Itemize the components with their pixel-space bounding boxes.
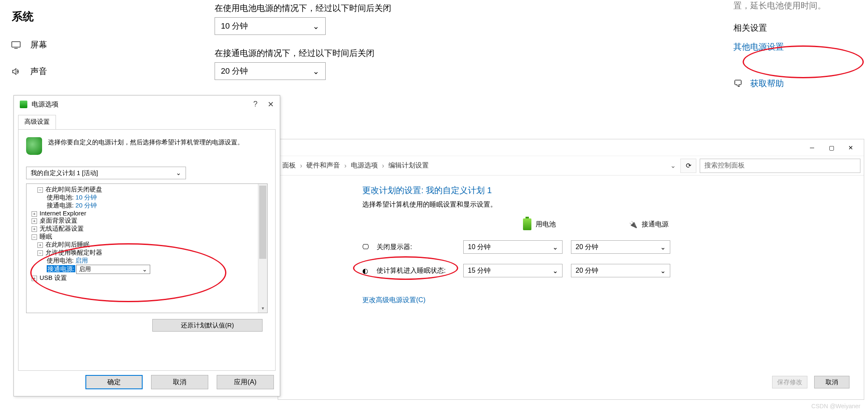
dialog-body: 选择你要自定义的电源计划，然后选择你希望计算机管理的电源设置。 我的自定义计划 … [18,129,276,371]
node-value[interactable]: 10 分钟 [75,194,97,201]
ok-button[interactable]: 确定 [85,375,143,389]
collapse-icon[interactable]: − [37,187,43,193]
speaker-icon [11,68,21,75]
sidebar-item-label: 声音 [30,66,47,77]
tree-node-wake-battery[interactable]: 使用电池: 启用 [27,257,265,265]
cancel-button[interactable]: 取消 [814,376,849,388]
sleep-battery-select[interactable]: 15 分钟⌄ [463,264,563,277]
scroll-down-icon[interactable]: ▾ [258,303,267,313]
node-label: 允许使用唤醒定时器 [45,249,102,256]
save-button[interactable]: 保存修改 [772,376,807,388]
select-value: 启用 [79,266,91,273]
restore-defaults-button[interactable]: 还原计划默认值(R) [152,319,263,332]
tree-node-desktop-bg[interactable]: +桌面背景设置 [27,217,265,225]
node-value[interactable]: 20 分钟 [75,202,97,209]
breadcrumb[interactable]: 面板› 硬件和声音› 电源选项› 编辑计划设置 [278,161,429,170]
tree-node-hd-ac[interactable]: 接通电源: 20 分钟 [27,202,265,210]
display-plugged-select[interactable]: 20 分钟⌄ [571,240,670,254]
display-battery-select[interactable]: 10 分钟⌄ [463,240,563,254]
get-help-link[interactable]: 获取帮助 [750,78,784,89]
help-button[interactable]: ? [253,100,257,109]
control-panel-body: 更改计划的设置: 我的自定义计划 1 选择希望计算机使用的睡眠设置和显示设置。 … [278,175,864,313]
collapse-icon[interactable]: − [32,234,37,240]
cp-heading: 更改计划的设置: 我的自定义计划 1 [362,185,855,196]
other-power-settings-link[interactable]: 其他电源设置 [733,41,851,53]
power-plan-select[interactable]: 我的自定义计划 1 [活动] ⌄ [26,167,186,179]
breadcrumb-sep: › [300,162,302,170]
chevron-down-icon: ⌄ [552,243,558,251]
scroll-thumb[interactable] [259,186,266,259]
cp-button-row: 保存修改 取消 [772,376,849,388]
power-plan-icon [20,101,27,108]
battery-turnoff-label: 在使用电池电源的情况下，经过以下时间后关闭 [215,3,704,14]
maximize-button[interactable]: ▢ [822,141,841,154]
battery-turnoff-select[interactable]: 10 分钟 ⌄ [215,17,326,35]
settings-main: 在使用电池电源的情况下，经过以下时间后关闭 10 分钟 ⌄ 在接通电源的情况下，… [215,0,704,93]
cancel-button[interactable]: 取消 [151,375,208,389]
expand-icon[interactable]: + [32,226,37,232]
plugged-turnoff-select[interactable]: 20 分钟 ⌄ [215,62,326,80]
expand-icon[interactable]: + [32,211,37,217]
minimize-button[interactable]: ─ [802,141,822,154]
help-icon: 🗨 [733,78,743,89]
close-button[interactable]: ✕ [841,141,860,154]
tree-node-sleep-after[interactable]: +在此时间后睡眠 [27,241,265,249]
dialog-tabbar: 高级设置 [14,115,280,129]
breadcrumb-chevron[interactable]: ⌄ [665,159,680,173]
node-label-selected: 接通电源: [47,265,75,272]
node-value[interactable]: 启用 [75,257,88,264]
tree-node-wireless[interactable]: +无线适配器设置 [27,225,265,233]
node-label: 使用电池: [47,194,74,201]
sidebar-item-label: 屏幕 [30,39,47,51]
row-label: 使计算机进入睡眠状态: [377,266,463,275]
chevron-down-icon: ⌄ [313,21,319,31]
node-label: 在此时间后关闭硬盘 [45,186,102,193]
expand-icon[interactable]: + [37,242,43,248]
search-input[interactable]: 搜索控制面板 [700,159,860,173]
apply-button[interactable]: 应用(A) [217,375,274,389]
advanced-power-settings-link[interactable]: 更改高级电源设置(C) [362,296,425,305]
sleep-plugged-select[interactable]: 20 分钟⌄ [571,264,670,277]
sidebar-item-display[interactable]: 屏幕 [0,32,156,58]
select-value: 我的自定义计划 1 [活动] [31,169,98,177]
select-value: 10 分钟 [221,21,248,32]
close-button[interactable]: ✕ [268,100,274,109]
expand-icon[interactable]: + [32,218,37,224]
breadcrumb-item[interactable]: 编辑计划设置 [388,161,429,170]
wake-ac-select[interactable]: 启用⌄ [76,265,150,274]
node-label: 睡眠 [40,233,52,240]
tree-node-wake-ac[interactable]: 接通电源:启用⌄ [27,265,265,274]
node-label: 无线适配器设置 [40,225,84,232]
chevron-down-icon: ⌄ [660,267,666,275]
node-label: USB 设置 [40,274,67,281]
sidebar-title: 系统 [0,0,156,32]
battery-hint: 置，延长电池使用时间。 [733,0,851,11]
search-placeholder: 搜索控制面板 [704,161,745,170]
related-heading: 相关设置 [733,22,851,34]
tree-node-ie[interactable]: +Internet Explorer [27,210,265,217]
chevron-down-icon: ⌄ [176,169,181,177]
advanced-settings-tree[interactable]: −在此时间后关闭硬盘 使用电池: 10 分钟 接通电源: 20 分钟 +Inte… [26,183,268,313]
plugged-turnoff-label: 在接通电源的情况下，经过以下时间后关闭 [215,48,704,59]
tree-scrollbar[interactable]: ▴ ▾ [258,184,267,313]
breadcrumb-item[interactable]: 电源选项 [351,161,378,170]
tree-node-usb[interactable]: +USB 设置 [27,274,265,282]
expand-icon[interactable]: + [32,276,37,281]
node-label: 使用电池: [47,257,74,264]
select-value: 10 分钟 [468,243,491,252]
battery-icon [523,218,531,230]
refresh-button[interactable]: ⟳ [680,159,696,173]
tree-node-hd-battery[interactable]: 使用电池: 10 分钟 [27,194,265,202]
col-label: 接通电源 [642,220,669,229]
node-label: 接通电源: [47,202,74,209]
tab-advanced-settings[interactable]: 高级设置 [18,115,56,129]
sidebar-item-sound[interactable]: 声音 [0,58,156,85]
column-headers: 用电池 🔌 接通电源 [523,218,855,230]
collapse-icon[interactable]: − [37,250,43,256]
tree-node-wake-timers[interactable]: −允许使用唤醒定时器 [27,249,265,257]
plug-icon: 🔌 [629,221,637,229]
tree-node-sleep[interactable]: −睡眠 [27,233,265,241]
breadcrumb-item[interactable]: 面板 [282,161,296,170]
breadcrumb-item[interactable]: 硬件和声音 [306,161,340,170]
tree-node-harddisk[interactable]: −在此时间后关闭硬盘 [27,186,265,194]
